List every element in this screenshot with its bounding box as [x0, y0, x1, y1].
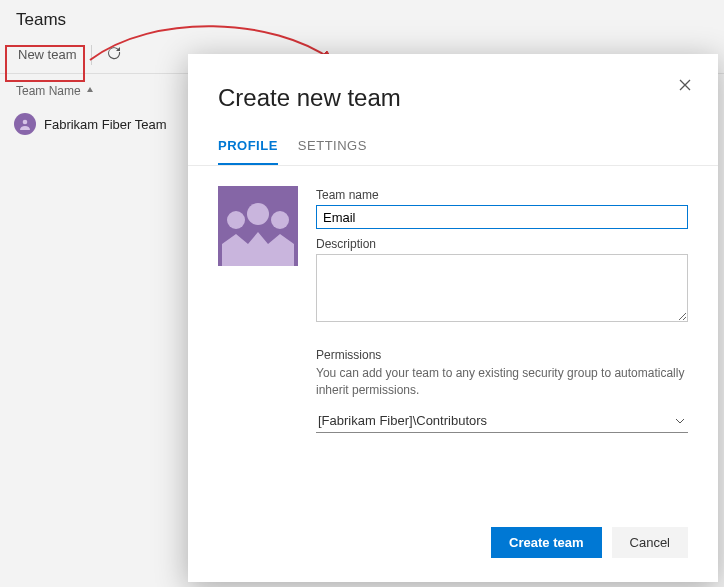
- svg-point-2: [227, 211, 245, 229]
- refresh-icon: [106, 49, 122, 64]
- svg-point-3: [247, 203, 269, 225]
- svg-point-0: [23, 120, 28, 125]
- team-avatar-icon: [14, 113, 36, 135]
- create-team-dialog: Create new team PROFILE SETTINGS Team na…: [188, 54, 718, 582]
- close-icon: [678, 80, 692, 95]
- new-team-button[interactable]: New team: [10, 41, 85, 68]
- team-name-input[interactable]: [316, 205, 688, 229]
- dialog-title: Create new team: [218, 84, 401, 112]
- permissions-help-text: You can add your team to any existing se…: [316, 365, 688, 399]
- description-textarea[interactable]: [316, 254, 688, 322]
- close-button[interactable]: [676, 76, 694, 97]
- sort-ascending-icon: [85, 84, 95, 98]
- toolbar-divider: [91, 45, 92, 65]
- tab-settings[interactable]: SETTINGS: [298, 130, 367, 165]
- column-header-label: Team Name: [16, 84, 81, 98]
- cancel-button[interactable]: Cancel: [612, 527, 688, 558]
- dialog-tabs: PROFILE SETTINGS: [188, 112, 718, 166]
- tab-profile[interactable]: PROFILE: [218, 130, 278, 165]
- svg-point-4: [271, 211, 289, 229]
- create-team-button[interactable]: Create team: [491, 527, 601, 558]
- team-name-label: Team name: [316, 188, 688, 202]
- team-avatar-placeholder[interactable]: [218, 186, 298, 266]
- description-label: Description: [316, 237, 688, 251]
- page-title: Teams: [0, 0, 724, 36]
- people-icon: [218, 186, 298, 266]
- permissions-select[interactable]: [Fabrikam Fiber]\Contributors: [316, 409, 688, 433]
- permissions-label: Permissions: [316, 348, 688, 362]
- permissions-select-value: [Fabrikam Fiber]\Contributors: [316, 409, 688, 432]
- refresh-button[interactable]: [98, 41, 130, 68]
- team-name-cell: Fabrikam Fiber Team: [44, 117, 167, 132]
